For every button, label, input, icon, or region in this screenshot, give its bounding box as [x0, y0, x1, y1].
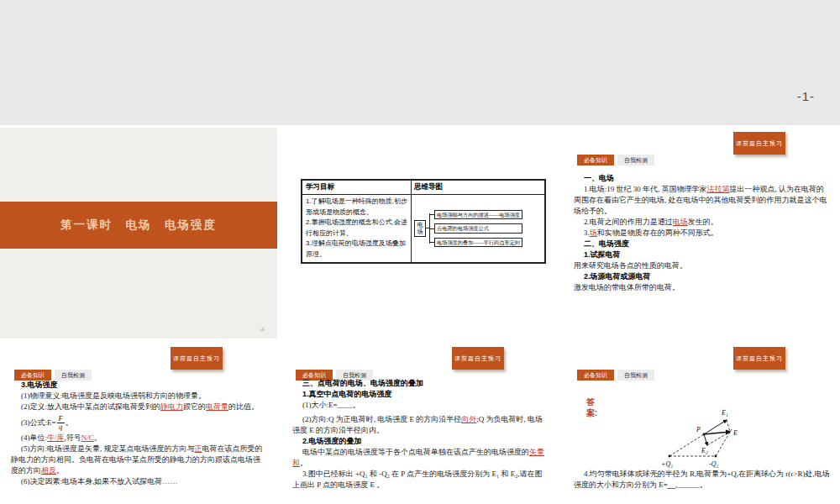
sub-heading: 1.真空中点电荷的电场强度 [292, 389, 549, 400]
point-p [703, 433, 706, 436]
mindmap-cell: 电场 电场强弱与方向的描述——电场强度 点电荷的电场强度公式 电场强度的叠加——… [412, 195, 544, 262]
tab-bar: 必备知识 自我检测 [577, 155, 654, 165]
label-e2: E₂ [701, 447, 708, 454]
goals-table-header: 学习目标 思维导图 [302, 181, 544, 195]
fraction-denominator: q [57, 423, 65, 431]
formula-label: (3)公式:E= [21, 417, 56, 428]
section-heading: 二、电场强度 [574, 239, 830, 249]
paragraph: (1)物理意义:电场强度是反映电场强弱和方向的物理量。 [11, 391, 267, 402]
formula-period: 。 [66, 417, 73, 428]
document-page-number: -1- [797, 89, 815, 103]
label-q2: -Q₂ [709, 460, 718, 468]
mindmap-leaf: 电场强度的叠加——平行四边形定则 [434, 238, 522, 248]
sub-heading: 2.场源电荷或源电荷 [574, 271, 830, 282]
answer-label: 答案: [586, 396, 597, 418]
sub-heading: 3.电场强度 [11, 380, 267, 391]
mindmap-leaf: 电场强弱与方向的描述——电场强度 [434, 210, 522, 220]
paragraph: 2.电荷之间的作用力是通过电场发生的。 [574, 217, 830, 228]
slide-body-text: 一、电场 1.电场:19 世纪 30 年代, 英国物理学家法拉第提出一种观点, … [574, 173, 830, 293]
tab-bar: 必备知识 自我检测 [577, 370, 654, 381]
label-q1: +Q₁ [661, 460, 673, 468]
dashed-line-e1-e [727, 420, 730, 432]
dashed-line-q1-p [669, 434, 704, 456]
tab-self-test: 自我检测 [617, 155, 654, 165]
label-e1: E₁ [721, 409, 728, 417]
slide-thumbnail-4[interactable]: 课前篇自主预习 必备知识 自我检测 3.电场强度 (1)物理意义:电场强度是反映… [0, 343, 277, 504]
slide-thumbnail-6[interactable]: 课前篇自主预习 必备知识 自我检测 答案: E₁ E P E₂ +Q₁ -Q₂ [563, 343, 840, 504]
section-heading: 一、电场 [574, 173, 830, 184]
sub-heading: 2.电场强度的叠加 [292, 436, 549, 447]
title-banner: 第一课时 电场 电场强度 [0, 202, 277, 249]
section-ribbon: 课前篇自主预习 [733, 132, 785, 155]
section-ribbon: 课前篇自主预习 [171, 347, 223, 370]
fraction: F q [57, 415, 65, 431]
point-q1 [669, 455, 671, 458]
paragraph: (2)定义:放入电场中某点的试探电荷受到的静电力跟它的电荷量的比值。 [11, 402, 267, 412]
slide-body-text: 3.电场强度 (1)物理意义:电场强度是反映电场强弱和方向的物理量。 (2)定义… [11, 380, 267, 487]
paragraph: 4.均匀带电球体或球壳的半径为 R,电荷量为+Q,在距离球心为 r(r>R)处,… [574, 469, 830, 491]
label-e: E [732, 429, 738, 437]
slide-thumbnail-5[interactable]: 课前篇自主预习 必备知识 自我检测 三、点电荷的电场、电场强度的叠加 1.真空中… [281, 343, 559, 504]
mindmap-leaf: 点电荷的电场强度公式 [434, 223, 522, 234]
mindmap-header-cell: 思维导图 [412, 181, 544, 194]
paragraph: 1.电场:19 世纪 30 年代, 英国物理学家法拉第提出一种观点, 认为在电荷… [574, 184, 830, 217]
goals-list: 1.了解电场是一种特殊的物质,初步形成场是物质的概念。 2.掌握电场强度的概念和… [302, 195, 412, 262]
tab-self-test: 自我检测 [617, 370, 654, 381]
formula-line: (3)公式:E= F q 。 [11, 412, 267, 433]
section-heading: 三、点电荷的电场、电场强度的叠加 [292, 378, 549, 389]
point-q2 [715, 455, 717, 458]
section-ribbon: 课前篇自主预习 [733, 347, 785, 370]
goal-item: 3.理解点电荷的电场强度及场叠加原理。 [306, 239, 407, 260]
slide-body-text: 4.均匀带电球体或球壳的半径为 R,电荷量为+Q,在距离球心为 r(r>R)处,… [574, 469, 830, 491]
mindmap-root-node: 电场 [414, 220, 426, 237]
paragraph-clipped: (6)决定因素:电场本身,如果不放入试探电荷…… [11, 476, 267, 487]
section-ribbon: 课前篇自主预习 [452, 347, 504, 370]
paragraph: (4)单位:牛/库,符号N/C。 [11, 433, 267, 444]
tab-essential-knowledge: 必备知识 [577, 370, 614, 381]
paragraph: 用来研究电场各点的性质的电荷。 [574, 260, 830, 271]
goals-header-cell: 学习目标 [302, 181, 412, 194]
top-margin-band [0, 0, 840, 125]
goal-item: 2.掌握电场强度的概念和公式,会进行相应的计算。 [306, 218, 407, 239]
lesson-title: 第一课时 电场 电场强度 [60, 218, 217, 233]
tab-essential-knowledge: 必备知识 [577, 155, 614, 165]
sub-heading: 1.试探电荷 [574, 249, 830, 260]
paragraph: (1)大小:E=____。 [292, 400, 549, 414]
paragraph: 3.图中已经标出 +Q₁ 和 -Q₂ 在 P 点产生的电场强度分别为 E₁ 和 … [292, 469, 549, 491]
goals-table: 学习目标 思维导图 1.了解电场是一种特殊的物质,初步形成场是物质的概念。 2.… [301, 179, 546, 264]
paragraph: 激发电场的带电体所带的电荷。 [574, 282, 830, 293]
paragraph: 3.场和实物是物质存在的两种不同形式。 [574, 228, 830, 239]
paragraph: (5)方向:电场强度是矢量, 规定某点电场强度的方向与正电荷在该点所受的静电力的… [11, 444, 267, 476]
slide-thumbnail-1[interactable]: 第一课时 电场 电场强度 -2- [0, 128, 277, 339]
mindmap: 电场 电场强弱与方向的描述——电场强度 点电荷的电场强度公式 电场强度的叠加——… [414, 210, 522, 248]
paragraph: (2)方向:Q 为正电荷时, 电场强度 E 的方向沿半径向外;Q 为负电荷时, … [292, 414, 549, 436]
goal-item: 1.了解电场是一种特殊的物质,初步形成场是物质的概念。 [306, 197, 407, 218]
slide-thumbnail-2[interactable]: 学习目标 思维导图 1.了解电场是一种特殊的物质,初步形成场是物质的概念。 2.… [281, 128, 559, 339]
vector-e2 [704, 434, 707, 445]
label-p: P [696, 426, 701, 433]
paragraph: 电场中某点的电场强度等于各个点电荷单独在该点产生的电场强度的矢量和。 [292, 447, 549, 469]
slide-body-text: 三、点电荷的电场、电场强度的叠加 1.真空中点电荷的电场强度 (1)大小:E=_… [292, 378, 549, 491]
slide-thumbnail-3[interactable]: 课前篇自主预习 必备知识 自我检测 一、电场 1.电场:19 世纪 30 年代,… [563, 128, 840, 339]
fraction-numerator: F [57, 415, 65, 423]
field-vector-diagram: E₁ E P E₂ +Q₁ -Q₂ [643, 403, 760, 477]
slide-page-number: -2- [260, 327, 265, 332]
